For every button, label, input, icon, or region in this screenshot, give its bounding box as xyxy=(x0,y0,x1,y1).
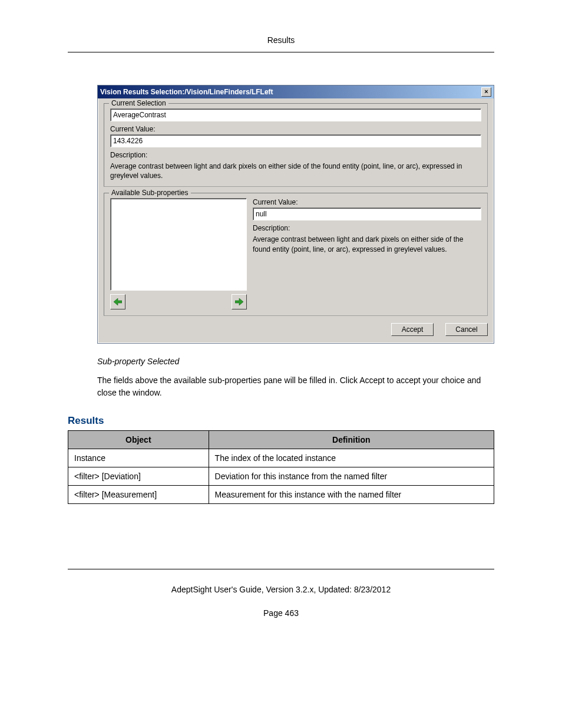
description-text: Average contrast between light and dark … xyxy=(110,162,481,180)
results-table: Object Definition Instance The index of … xyxy=(68,430,494,504)
sub-properties-group: Available Sub-properties xyxy=(104,193,488,316)
forward-button[interactable] xyxy=(232,294,247,309)
accept-button[interactable]: Accept xyxy=(391,323,434,336)
selection-name-field[interactable]: AverageContrast xyxy=(110,108,481,121)
back-button[interactable] xyxy=(110,294,125,309)
current-selection-legend: Current Selection xyxy=(109,99,168,107)
vision-results-dialog: Vision Results Selection:/Vision/LineFin… xyxy=(97,85,494,344)
header-title: Results xyxy=(267,35,295,45)
table-cell-object: <filter> [Deviation] xyxy=(68,467,209,485)
table-cell-definition: Deviation for this instance from the nam… xyxy=(209,467,494,485)
current-selection-group: Current Selection AverageContrast Curren… xyxy=(104,103,488,187)
sub-properties-listbox[interactable] xyxy=(110,198,247,291)
sub-current-value-label: Current Value: xyxy=(253,198,481,206)
table-cell-object: Instance xyxy=(68,449,209,467)
sub-current-value-field[interactable]: null xyxy=(253,207,481,220)
arrow-left-icon xyxy=(114,298,122,305)
footer-line: AdeptSight User's Guide, Version 3.2.x, … xyxy=(171,585,391,594)
dialog-title: Vision Results Selection:/Vision/LineFin… xyxy=(100,88,273,96)
current-value-label: Current Value: xyxy=(110,125,481,133)
sub-description-label: Description: xyxy=(253,224,481,232)
table-cell-definition: Measurement for this instance with the n… xyxy=(209,485,494,503)
description-label: Description: xyxy=(110,151,481,159)
table-header-definition: Definition xyxy=(209,430,494,449)
figure-caption: Sub-property Selected xyxy=(97,357,494,366)
body-paragraph: The fields above the available sub-prope… xyxy=(97,374,494,398)
arrow-right-icon xyxy=(235,298,243,305)
cancel-button[interactable]: Cancel xyxy=(445,323,488,336)
table-row: Instance The index of the located instan… xyxy=(68,449,494,467)
sub-properties-legend: Available Sub-properties xyxy=(109,189,191,197)
table-cell-definition: The index of the located instance xyxy=(209,449,494,467)
table-cell-object: <filter> [Measurement] xyxy=(68,485,209,503)
page-footer: AdeptSight User's Guide, Version 3.2.x, … xyxy=(68,569,494,618)
page-number: Page 463 xyxy=(68,608,494,618)
close-icon[interactable]: × xyxy=(481,87,491,97)
dialog-titlebar: Vision Results Selection:/Vision/LineFin… xyxy=(98,85,494,98)
table-row: <filter> [Measurement] Measurement for t… xyxy=(68,485,494,503)
current-value-field[interactable]: 143.4226 xyxy=(110,134,481,147)
table-row: <filter> [Deviation] Deviation for this … xyxy=(68,467,494,485)
page-header: Results xyxy=(68,35,494,52)
results-heading: Results xyxy=(68,415,494,427)
sub-description-text: Average contrast between light and dark … xyxy=(253,235,481,253)
table-header-object: Object xyxy=(68,430,209,449)
